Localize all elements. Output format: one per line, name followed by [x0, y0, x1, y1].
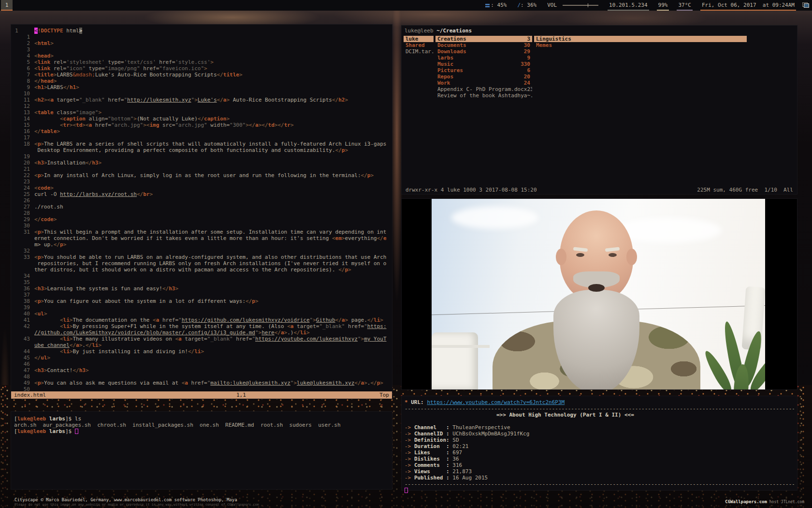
plant — [686, 301, 765, 389]
ranger-path: ~/Creations — [436, 28, 472, 34]
prompt-user: luke@leeb — [17, 428, 46, 434]
vim-line: 4<head> — [11, 53, 392, 59]
vim-line: //github.com/LukeSmithxyz/voidrice/blob/… — [11, 329, 392, 336]
volume-slider-handle[interactable] — [588, 3, 588, 7]
ranger-window[interactable]: luke@leeb ~/Creations lukeSharedDCIM.tar… — [401, 25, 798, 194]
vim-filename: index.html — [11, 392, 46, 398]
workspace-button[interactable]: 1 — [1, 0, 13, 11]
vim-line: 31<p>This will begin a prompt and the in… — [11, 229, 392, 235]
ranger-directory-entry[interactable]: Documents30 — [435, 42, 532, 48]
ranger-file-entry[interactable]: DCIM.tar.gz — [404, 48, 434, 55]
ranger-directory-entry[interactable]: Pictures6 — [435, 67, 532, 74]
terminal-cursor — [405, 488, 408, 493]
vim-line: 3 — [11, 46, 392, 53]
video-metadata-row: -> Published : 16 Aug 2015 — [405, 475, 794, 481]
vim-line: 44 <li>By just installing it and diving … — [11, 348, 392, 355]
ranger-parent-column: lukeSharedDCIM.tar.gz — [404, 36, 434, 55]
ranger-directory-entry[interactable]: Music330 — [435, 61, 532, 67]
memory-indicator: : 45% — [485, 0, 507, 11]
vim-line: 8</head> — [11, 78, 392, 84]
terminal-cursor-line[interactable] — [405, 487, 794, 493]
mpv-window[interactable] — [401, 198, 798, 390]
ranger-directory-entry[interactable]: Linguistics — [534, 36, 747, 42]
video-metadata-row: -> Comments : 316 — [405, 462, 794, 468]
vim-line: 14 <caption align="bottom">(Not actually… — [11, 116, 392, 122]
prompt-directory: larbs — [46, 416, 65, 422]
shell-prompt-line: [luke@leeb larbs]$ ls — [14, 416, 389, 422]
ranger-directory-entry[interactable]: Downloads29 — [435, 48, 532, 55]
vim-line: 28 — [11, 210, 392, 216]
ranger-file-entry[interactable]: Appendix C- PhD Program.docx23.2 K — [435, 86, 532, 92]
vim-line: 26 — [11, 197, 392, 204]
terminal-cursor — [75, 429, 78, 434]
entry-size: 6 — [527, 67, 530, 74]
status-bar: 1 : 45% /: 36% VOL 10.201.5.234 99% 37°C… — [0, 0, 812, 11]
temperature-indicator: 37°C — [678, 0, 691, 11]
wallpaper-credit-text: Cityscape © Marco Bauriedel, Germany, ww… — [14, 497, 259, 502]
video-url-link[interactable]: https://www.youtube.com/watch?v=6Jntc2n6… — [427, 399, 565, 405]
display-systray-icon[interactable] — [802, 2, 809, 8]
vim-line: 46 — [11, 361, 392, 367]
vim-line: ube channel</a>.</li> — [11, 342, 392, 348]
ls-output: arch.sh aur_packages.sh chroot.sh instal… — [14, 422, 389, 428]
separator-line: ----------------------------------------… — [405, 405, 794, 412]
video-metadata-row: -> Duration : 02:21 — [405, 443, 794, 449]
vim-line: 42 <li>By pressing Super+F1 while in the… — [11, 323, 392, 329]
vim-line: 1<!DOCTYPE html> — [11, 28, 392, 34]
vim-buffer[interactable]: 1<!DOCTYPE html>12<html>34<head>5<link r… — [11, 28, 392, 391]
separator-line: ----------------------------------------… — [405, 481, 794, 487]
white-fence — [432, 332, 478, 389]
vim-line: 34 — [11, 273, 392, 279]
entry-size: 330 — [521, 61, 530, 67]
ranger-directory-entry[interactable]: luke — [404, 36, 434, 42]
wallpaper-host-label: host JTLnet.com — [767, 500, 804, 504]
ranger-directory-entry[interactable]: Repos20 — [435, 74, 532, 80]
ranger-directory-entry[interactable]: Shared — [404, 42, 434, 48]
disk-indicator: /: 36% — [517, 0, 536, 11]
ranger-disk-info: 225M sum, 460G free 1/10 All — [697, 187, 793, 193]
ranger-statusbar: drwxr-xr-x 4 luke 1000 3 2017-08-08 15:2… — [402, 187, 797, 193]
cloud-shape — [615, 218, 722, 243]
volume-slider[interactable] — [563, 5, 598, 6]
speaker-mouth — [588, 284, 605, 292]
vim-line: 10 — [11, 90, 392, 97]
ranger-directory-entry[interactable]: Work24 — [435, 80, 532, 86]
vim-line: 48 — [11, 374, 392, 380]
video-metadata-row: -> Dislikes : 36 — [405, 456, 794, 462]
vim-line: 11<h2><a target="_blank" href="http://lu… — [11, 97, 392, 103]
volume-label: VOL — [547, 0, 557, 11]
video-surface[interactable] — [432, 199, 765, 389]
vim-line: 36<h3>Learning the system is fun and eas… — [11, 285, 392, 292]
video-metadata-row: -> Views : 21,873 — [405, 468, 794, 475]
ranger-main-column: Creations3Documents30Downloads29larbs9Mu… — [435, 36, 532, 99]
shell-terminal-window[interactable]: [luke@leeb larbs]$ ls arch.sh aur_packag… — [11, 411, 392, 490]
vim-line: 35 — [11, 279, 392, 285]
vim-line: 41 <li>The documentation on the <a href=… — [11, 317, 392, 323]
vim-line: 49<p>You can also ask me questions via e… — [11, 380, 392, 386]
entry-size: 30 — [524, 42, 530, 48]
vim-window[interactable]: 1<!DOCTYPE html>12<html>34<head>5<link r… — [11, 24, 392, 399]
shell-prompt-line[interactable]: [luke@leeb larbs]$ — [14, 428, 389, 434]
vim-line: 18<p>The LARBS are a series of shell scr… — [11, 141, 392, 147]
ranger-file-entry[interactable]: Review of the book Ashtadhya~.mkv225 M — [435, 92, 532, 99]
ranger-directory-entry[interactable]: Memes — [534, 42, 747, 48]
ranger-title: luke@leeb ~/Creations — [405, 28, 472, 34]
vim-line: 39 — [11, 304, 392, 311]
prompt-directory: larbs — [46, 428, 65, 434]
speaker-beard — [553, 290, 639, 389]
video-title: =>> About High Technology (Part I & II) … — [405, 412, 794, 418]
vim-line: 9<h1>LARBS</h1> — [11, 84, 392, 90]
video-metadata-row: -> ChannelID : UChBsOxskMpDmBAsgJ91fKcg — [405, 431, 794, 437]
entry-size: 3 — [527, 36, 530, 42]
vim-line: 5<link rel='stylesheet' type='text/css' … — [11, 59, 392, 65]
fence-rail — [432, 345, 490, 348]
vim-line: 15 <tr><td><a href="arch.jpg"><img src="… — [11, 122, 392, 128]
vim-line: 2<html> — [11, 40, 392, 46]
video-metadata: -> Channel : ThuleanPerspective-> Channe… — [405, 424, 794, 481]
ranger-directory-entry[interactable]: larbs9 — [435, 55, 532, 61]
vim-line: 20<h3>Installation</h3> — [11, 160, 392, 166]
youtube-viewer-terminal[interactable]: * URL: https://www.youtube.com/watch?v=6… — [401, 396, 798, 491]
ranger-directory-entry[interactable]: Creations3 — [435, 36, 532, 42]
vim-line: Desktop Environment, providing a perfect… — [11, 147, 392, 153]
vim-line: 33<p>You should be able to run LARBS on … — [11, 254, 392, 260]
